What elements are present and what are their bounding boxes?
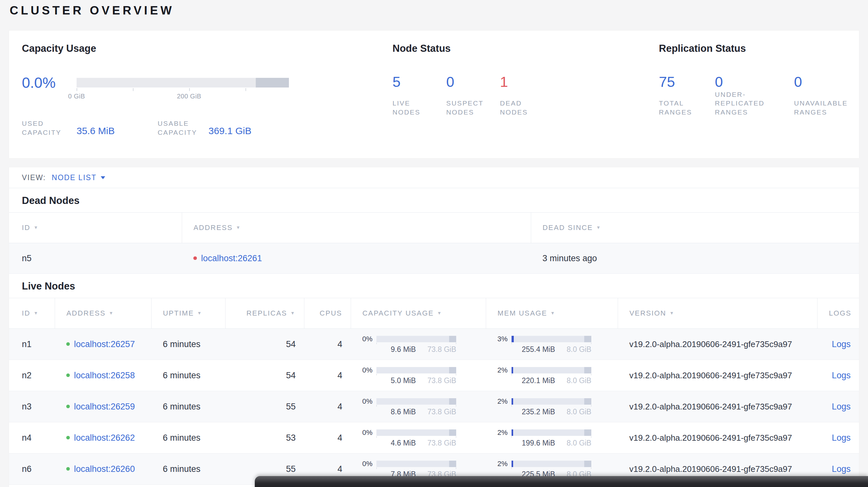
live-col-replicas[interactable]: REPLICAS▼	[225, 298, 304, 329]
live-node-capacity-cell: 0% 4.6 MiB 73.8 GiB	[351, 422, 486, 454]
dead-col-id[interactable]: ID▼	[9, 213, 182, 243]
live-node-address-link[interactable]: localhost:26259	[74, 402, 135, 412]
capacity-percent: 0%	[362, 397, 376, 405]
capacity-bar-tick	[245, 88, 246, 91]
stat-live-nodes: 5 LIVE NODES	[393, 74, 446, 117]
live-node-cpus: 4	[304, 360, 351, 391]
nodes-content-card: VIEW: NODE LIST Dead Nodes ID▼ ADDRESS▼ …	[9, 167, 859, 487]
live-node-address-link[interactable]: localhost:26258	[74, 370, 135, 380]
capacity-tick-label-0: 0 GiB	[68, 93, 85, 100]
mem-total-value: 8.0 GiB	[566, 345, 591, 354]
live-node-mem-cell: 2% 199.6 MiB 8.0 GiB	[486, 422, 618, 454]
mem-percent: 2%	[497, 397, 512, 405]
live-col-version[interactable]: VERSION▼	[618, 298, 817, 329]
live-status-icon	[66, 374, 70, 377]
live-node-id: n1	[9, 329, 55, 360]
under-replicated-count: 0	[715, 74, 794, 90]
live-nodes-header-row: ID▼ ADDRESS▼ UPTIME▼ REPLICAS▼ CPUS CAPA…	[9, 298, 859, 329]
live-node-address-cell: localhost:26259	[55, 391, 151, 422]
mem-mini-bar	[512, 336, 591, 342]
live-node-address-link[interactable]: localhost:26257	[74, 339, 135, 349]
live-node-replicas: 54	[225, 360, 304, 391]
dead-nodes-header-row: ID▼ ADDRESS▼ DEAD SINCE▼	[9, 213, 859, 243]
dead-node-id: n5	[9, 243, 182, 274]
logs-link[interactable]: Logs	[832, 370, 850, 380]
capacity-mini-bar	[376, 336, 456, 342]
capacity-usage-title: Capacity Usage	[22, 43, 376, 54]
capacity-bar-tick	[189, 88, 190, 91]
total-ranges-count: 75	[659, 74, 715, 90]
dead-nodes-table: ID▼ ADDRESS▼ DEAD SINCE▼ n5 localhost:26…	[9, 212, 859, 274]
mem-total-value: 8.0 GiB	[566, 439, 591, 448]
capacity-tick-label-200: 200 GiB	[177, 93, 202, 100]
live-node-address-cell: localhost:26262	[55, 422, 151, 454]
dead-col-address[interactable]: ADDRESS▼	[182, 213, 531, 243]
dead-node-address-cell: localhost:26261	[182, 243, 531, 274]
sort-icon: ▼	[109, 311, 114, 316]
live-node-replicas: 53	[225, 422, 304, 454]
used-capacity-label: USED CAPACITY	[22, 119, 76, 137]
live-node-version: v19.2.0-alpha.20190606-2491-gfe735c9a97	[618, 360, 817, 391]
sort-icon: ▼	[236, 225, 241, 230]
live-col-id[interactable]: ID▼	[9, 298, 55, 329]
dead-node-address-link[interactable]: localhost:26261	[201, 254, 262, 263]
stat-total-ranges: 75 TOTAL RANGES	[659, 74, 715, 117]
live-node-replicas: 55	[225, 391, 304, 422]
view-label: VIEW:	[22, 173, 46, 182]
live-col-mem-usage[interactable]: MEM USAGE▼	[486, 298, 618, 329]
live-node-row: n1 localhost:26257 6 minutes 54 4 0% 9.6…	[9, 329, 859, 360]
capacity-usage-section: Capacity Usage 0.0% 0 GiB 200 GiB USED C…	[22, 43, 376, 149]
live-status-icon	[66, 404, 70, 408]
view-dropdown-value: NODE LIST	[52, 173, 96, 182]
capacity-total-value: 73.8 GiB	[428, 439, 457, 448]
live-status-icon	[66, 467, 70, 470]
live-col-address[interactable]: ADDRESS▼	[55, 298, 151, 329]
live-node-mem-cell: 3% 255.4 MiB 8.0 GiB	[486, 329, 618, 360]
logs-link[interactable]: Logs	[832, 464, 850, 474]
total-ranges-label: TOTAL RANGES	[659, 99, 717, 117]
live-node-cpus: 4	[304, 391, 351, 422]
cluster-overview-page: CLUSTER OVERVIEW Capacity Usage 0.0% 0 G…	[0, 0, 868, 487]
live-node-replicas: 54	[225, 329, 304, 360]
live-node-capacity-cell: 0% 9.6 MiB 73.8 GiB	[351, 329, 486, 360]
live-col-cpus: CPUS	[304, 298, 351, 329]
capacity-bar-tick	[133, 88, 133, 91]
logs-link[interactable]: Logs	[832, 433, 850, 443]
live-node-uptime: 6 minutes	[151, 454, 225, 485]
capacity-mini-bar	[376, 461, 456, 467]
dead-nodes-label: DEAD NODES	[500, 99, 548, 117]
sort-icon: ▼	[33, 225, 39, 230]
live-node-version: v19.2.0-alpha.20190606-2491-gfe735c9a97	[618, 391, 817, 422]
sort-icon: ▼	[670, 311, 675, 316]
live-node-row: n3 localhost:26259 6 minutes 55 4 0% 8.6…	[9, 391, 859, 422]
live-col-capacity-usage[interactable]: CAPACITY USAGE▼	[351, 298, 486, 329]
live-node-version: v19.2.0-alpha.20190606-2491-gfe735c9a97	[618, 329, 817, 360]
live-node-row: n4 localhost:26262 6 minutes 53 4 0% 4.6…	[9, 422, 859, 454]
mem-mini-bar	[512, 367, 591, 374]
sort-icon: ▼	[290, 311, 295, 316]
capacity-bar-end-segment	[256, 78, 289, 88]
bottom-overlay-bar	[255, 476, 868, 487]
live-node-logs-cell: Logs	[817, 329, 859, 360]
view-dropdown[interactable]: NODE LIST	[52, 173, 105, 182]
live-node-cpus: 4	[304, 329, 351, 360]
mem-percent: 3%	[497, 335, 512, 343]
dead-nodes-count: 1	[500, 74, 554, 90]
logs-link[interactable]: Logs	[832, 402, 850, 412]
live-node-id: n3	[9, 391, 55, 422]
mem-used-value: 220.1 MiB	[522, 376, 555, 385]
logs-link[interactable]: Logs	[832, 339, 850, 349]
live-node-id: n6	[9, 454, 55, 485]
live-node-address-link[interactable]: localhost:26262	[74, 433, 135, 443]
dead-col-dead-since[interactable]: DEAD SINCE▼	[531, 213, 859, 243]
sort-icon: ▼	[197, 311, 203, 316]
live-node-version: v19.2.0-alpha.20190606-2491-gfe735c9a97	[618, 422, 817, 454]
capacity-percent: 0%	[362, 366, 376, 375]
capacity-percent: 0%	[362, 460, 376, 468]
dead-status-icon	[193, 256, 197, 260]
live-node-address-link[interactable]: localhost:26260	[74, 464, 135, 474]
capacity-used-value: 4.6 MiB	[391, 439, 416, 448]
capacity-total-value: 73.8 GiB	[428, 408, 457, 416]
mem-percent: 2%	[497, 428, 512, 437]
live-col-uptime[interactable]: UPTIME▼	[151, 298, 225, 329]
